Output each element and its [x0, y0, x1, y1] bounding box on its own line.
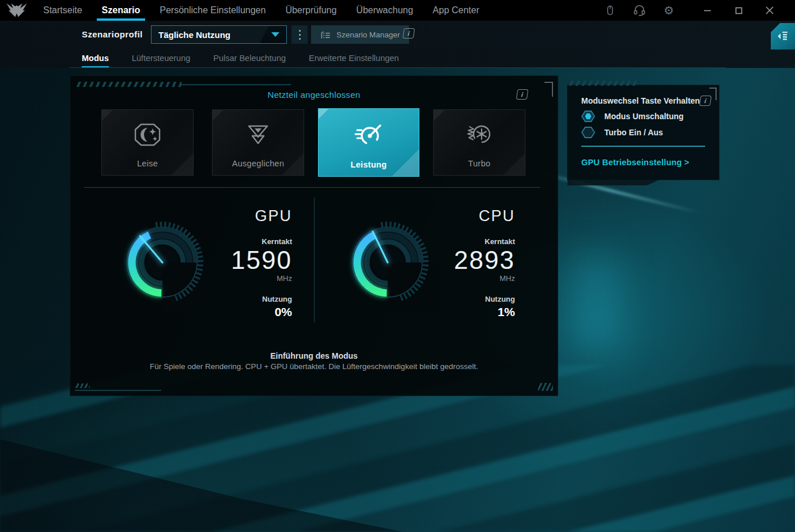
mode-label: Leistung	[351, 160, 387, 169]
panel-bottom-left-decoration	[75, 383, 167, 391]
mode-label: Ausgeglichen	[232, 159, 285, 168]
radio-selected-icon	[581, 111, 595, 122]
gpu-clock-unit: MHz	[188, 274, 292, 283]
minimize-icon[interactable]	[701, 3, 714, 17]
mode-button-ausgeglichen[interactable]: Ausgeglichen	[212, 109, 304, 176]
panel-hatch-line	[181, 84, 291, 85]
mode-button-leistung[interactable]: Leistung	[318, 108, 419, 177]
nav-item-ueberwachung[interactable]: Überwachung	[346, 0, 423, 21]
predator-logo-icon	[0, 0, 33, 21]
power-status-info-icon[interactable]: i	[516, 89, 529, 100]
turbine-icon	[434, 121, 525, 148]
radio-option-turbo-ein-aus[interactable]: Turbo Ein / Aus	[581, 127, 663, 138]
section-divider	[84, 187, 540, 188]
profile-info-icon[interactable]: i	[403, 28, 415, 39]
nav-item-szenario[interactable]: Szenario	[92, 0, 150, 21]
cpu-clock-label: Kerntakt	[411, 237, 515, 246]
gpu-stats: GPU Kerntakt 1590 MHz Nutzung 0%	[188, 207, 292, 319]
dropdown-selected-value: Tägliche Nutzung	[152, 26, 260, 43]
scenario-profile-bar: Szenarioprofil Tägliche Nutzung Szenario…	[0, 21, 795, 48]
window-controls	[691, 3, 787, 17]
cpu-clock-unit: MHz	[411, 274, 515, 283]
cpu-stats: CPU Kerntakt 2893 MHz Nutzung 1%	[411, 207, 515, 319]
panel-bottom-right-decoration	[538, 383, 553, 391]
radio-option-label: Modus Umschaltung	[604, 112, 684, 121]
main-nav: Startseite Szenario Persönliche Einstell…	[33, 0, 489, 21]
gpu-clock-value: 1590	[188, 248, 292, 273]
mode-buttons: Leise Ausgeglichen	[101, 109, 528, 176]
panel-hatch-decoration	[75, 82, 181, 87]
scenario-profile-label: Szenarioprofil	[82, 29, 143, 39]
nav-item-persoenliche-einstellungen[interactable]: Persönliche Einstellungen	[150, 0, 275, 21]
nav-item-app-center[interactable]: App Center	[423, 0, 489, 21]
speedometer-icon	[319, 120, 419, 148]
scenario-profile-dropdown[interactable]: Tägliche Nutzung	[151, 25, 287, 44]
cpu-title: CPU	[411, 207, 515, 225]
radio-unselected-icon	[581, 127, 595, 138]
scenario-manager-label: Szenario Manager	[336, 31, 400, 39]
balanced-icon	[213, 121, 304, 148]
titlebar-icons: ⚙	[603, 0, 795, 21]
gpu-title: GPU	[188, 207, 292, 225]
mode-label: Leise	[137, 159, 158, 168]
gpu-clock-label: Kerntakt	[188, 237, 292, 246]
cpu-clock-value: 2893	[411, 248, 515, 273]
radio-option-label: Turbo Ein / Aus	[604, 128, 663, 137]
tabs-row: Modus Lüftersteuerung Pulsar Beleuchtung…	[0, 48, 795, 68]
list-icon	[320, 30, 331, 40]
mode-label: Turbo	[468, 159, 491, 168]
side-panel-footer-decoration	[567, 180, 660, 185]
background-glow	[570, 257, 622, 355]
mode-intro-text: Für Spiele oder Rendering. CPU + GPU übe…	[70, 362, 558, 371]
cpu-usage-value: 1%	[411, 305, 515, 319]
tab-erweiterte-einstellungen[interactable]: Erweiterte Einstellungen	[309, 48, 399, 68]
mode-switch-panel: Moduswechsel Taste Verhalten i Modus Ums…	[567, 85, 719, 180]
chevron-down-icon	[271, 32, 279, 37]
gpu-usage-value: 0%	[188, 305, 292, 319]
app-window: Startseite Szenario Persönliche Einstell…	[0, 0, 795, 532]
tabs-divider	[69, 67, 726, 68]
mode-switch-title: Moduswechsel Taste Verhalten	[581, 96, 700, 105]
mouse-device-icon[interactable]	[603, 3, 617, 17]
titlebar: Startseite Szenario Persönliche Einstell…	[0, 0, 795, 21]
tab-pulsar-beleuchtung[interactable]: Pulsar Beleuchtung	[213, 48, 286, 68]
maximize-icon[interactable]	[732, 3, 745, 17]
mode-button-leise[interactable]: Leise	[101, 109, 194, 176]
side-panel-divider	[581, 146, 705, 147]
mode-panel: Netzteil angeschlossen i Leise	[70, 76, 558, 396]
side-panel-hatch-decoration	[567, 81, 637, 86]
profile-options-kebab-button[interactable]	[292, 25, 308, 44]
radio-option-modus-umschaltung[interactable]: Modus Umschaltung	[581, 111, 684, 122]
mode-intro-title: Einführung des Modus	[70, 351, 558, 360]
power-status-text: Netzteil angeschlossen	[70, 90, 558, 100]
scenario-manager-button[interactable]: Szenario Manager	[311, 25, 409, 44]
settings-gear-icon[interactable]: ⚙	[662, 3, 676, 17]
nav-item-startseite[interactable]: Startseite	[33, 0, 92, 21]
close-icon[interactable]	[763, 3, 777, 17]
dropdown-arrow-zone	[260, 26, 286, 43]
expand-panel-icon	[776, 30, 790, 43]
nav-item-ueberpruefung[interactable]: Überprüfung	[275, 0, 346, 21]
cpu-usage-label: Nutzung	[411, 295, 515, 303]
headset-support-icon[interactable]	[633, 3, 646, 17]
gpu-operation-settings-link[interactable]: GPU Betriebseinstellung >	[581, 158, 690, 167]
gauge-divider	[314, 197, 315, 322]
tab-luftersteuerung[interactable]: Lüftersteuerung	[132, 48, 191, 68]
gpu-usage-label: Nutzung	[188, 295, 292, 303]
mode-button-turbo[interactable]: Turbo	[433, 109, 525, 176]
moon-icon	[102, 121, 193, 148]
mode-switch-info-icon[interactable]: i	[699, 96, 712, 106]
tab-modus[interactable]: Modus	[82, 48, 109, 68]
